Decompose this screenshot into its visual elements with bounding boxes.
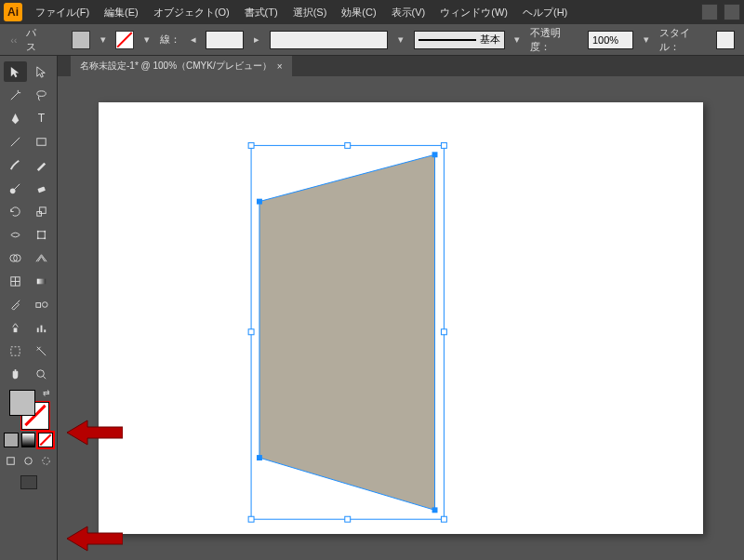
hand-tool[interactable] [4,364,27,384]
svg-point-20 [42,301,47,307]
artboard[interactable] [99,102,703,534]
scale-tool[interactable] [30,201,53,221]
swap-fill-stroke-icon[interactable]: ⇄ [43,388,50,397]
menu-format[interactable]: 書式(T) [243,2,280,23]
fill-color-box[interactable] [9,390,35,416]
screen-mode-button[interactable] [20,475,37,489]
line-segment-tool[interactable] [4,131,27,152]
free-transform-tool[interactable] [30,224,53,245]
menu-select[interactable]: 選択(S) [291,2,329,23]
menu-help[interactable]: ヘルプ(H) [521,2,569,23]
svg-point-29 [25,457,33,464]
rotate-tool[interactable] [4,201,27,221]
shape-builder-tool[interactable] [4,247,27,268]
rectangle-tool[interactable] [30,131,53,152]
blob-brush-tool[interactable] [4,178,27,198]
svg-rect-35 [441,329,446,335]
menu-object[interactable]: オブジェクト(O) [152,2,232,23]
profile-dropdown-icon[interactable]: ▾ [512,32,524,48]
profile-dropdown[interactable]: 基本 [414,31,505,49]
style-swatch[interactable] [716,31,735,49]
tab-close-icon[interactable]: × [277,61,283,72]
panel-collapse-icon[interactable]: ‹‹ [9,34,19,46]
annotation-arrow-top [67,417,123,448]
svg-point-9 [37,230,39,232]
zoom-tool[interactable] [30,364,53,384]
brush-dropdown-icon[interactable]: ▾ [395,32,406,48]
stroke-dropdown-icon[interactable]: ▾ [141,32,153,48]
stroke-weight-inc-icon[interactable]: ▸ [251,32,262,48]
gradient-tool[interactable] [30,271,53,291]
lasso-tool[interactable] [30,85,53,105]
svg-rect-40 [432,152,438,157]
bridge-icon[interactable] [701,4,718,20]
toolbox: T ⇄ [0,56,58,560]
slice-tool[interactable] [30,340,53,361]
menu-file[interactable]: ファイル(F) [33,2,91,23]
stroke-weight-input[interactable] [206,31,244,49]
pen-tool[interactable] [4,108,27,128]
eyedropper-tool[interactable] [4,294,27,314]
svg-rect-42 [257,455,262,460]
draw-normal-icon[interactable] [4,450,19,471]
svg-point-0 [37,90,46,96]
column-graph-tool[interactable] [30,317,53,338]
svg-rect-34 [248,329,254,335]
shape-path[interactable] [259,154,435,510]
pencil-tool[interactable] [30,154,53,175]
stroke-label: 線： [160,33,180,47]
selection-tool[interactable] [4,61,27,82]
svg-point-10 [44,230,46,232]
artboard-tool[interactable] [4,340,27,361]
draw-behind-icon[interactable] [21,450,36,471]
paintbrush-tool[interactable] [4,154,27,175]
svg-rect-23 [41,325,43,332]
gradient-mode-button[interactable] [21,433,36,447]
draw-inside-icon[interactable] [38,450,53,471]
blend-tool[interactable] [30,294,53,314]
svg-rect-36 [248,516,254,522]
svg-point-26 [37,369,45,377]
fill-swatch[interactable] [72,31,90,49]
eraser-tool[interactable] [30,178,53,198]
svg-line-2 [11,137,20,145]
svg-rect-22 [37,327,39,332]
svg-rect-5 [37,186,46,193]
perspective-grid-tool[interactable] [30,247,53,268]
fill-dropdown-icon[interactable]: ▾ [98,32,109,48]
menu-edit[interactable]: 編集(E) [102,2,140,23]
svg-rect-33 [441,142,446,148]
app-menu-bar: Ai ファイル(F) 編集(E) オブジェクト(O) 書式(T) 選択(S) 効… [0,0,744,24]
annotation-arrow-bottom [67,523,123,554]
menu-view[interactable]: 表示(V) [390,2,428,23]
stroke-swatch[interactable] [115,31,134,49]
svg-rect-38 [441,516,446,522]
menu-window[interactable]: ウィンドウ(W) [438,2,510,23]
stroke-weight-dec-icon[interactable]: ◂ [188,32,199,48]
color-mode-button[interactable] [4,433,19,447]
document-tabs: 名称未設定-1* @ 100%（CMYK/プレビュー） × [58,56,744,76]
style-label: スタイル： [659,26,710,54]
svg-rect-18 [37,278,46,284]
svg-rect-21 [14,327,18,332]
tab-title: 名称未設定-1* @ 100%（CMYK/プレビュー） [80,60,272,73]
opacity-dropdown-icon[interactable]: ▾ [641,32,652,48]
brush-definition-input[interactable] [270,31,388,49]
none-mode-button[interactable] [38,433,53,447]
direct-selection-tool[interactable] [30,61,53,82]
document-tab[interactable]: 名称未設定-1* @ 100%（CMYK/プレビュー） × [71,56,292,76]
svg-rect-3 [37,138,46,145]
svg-point-30 [42,457,49,464]
opacity-label: 不透明度： [530,26,580,54]
svg-point-11 [37,237,39,239]
magic-wand-tool[interactable] [4,85,27,105]
width-tool[interactable] [4,224,27,245]
opacity-input[interactable]: 100% [588,31,633,49]
app-logo: Ai [4,3,22,21]
mesh-tool[interactable] [4,271,27,291]
type-tool[interactable]: T [30,108,53,128]
arrange-icon[interactable] [724,4,740,20]
svg-text:T: T [38,112,46,125]
symbol-sprayer-tool[interactable] [4,317,27,338]
menu-effect[interactable]: 効果(C) [339,2,378,23]
